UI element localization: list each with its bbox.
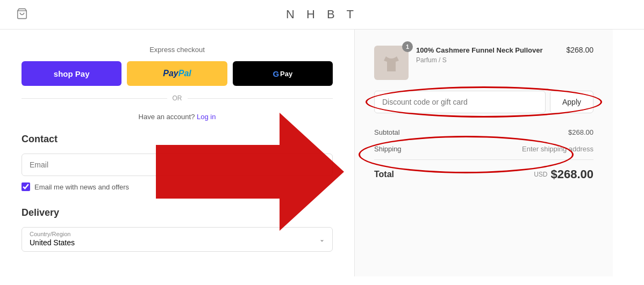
express-checkout-label: Express checkout [22,46,333,54]
total-label: Total [374,170,394,179]
gpay-button[interactable]: G Pay [233,61,333,86]
divider-or: OR [173,94,182,102]
apply-button[interactable]: Apply [550,91,593,113]
have-account-text: Have an account? [139,113,195,121]
email-checkbox-row: Email me with news and offers [22,182,333,191]
discount-row: Apply [374,91,593,113]
shipping-value: Enter shipping address [522,145,593,153]
country-label: Country/Region [30,231,70,237]
subtotal-value: $268.00 [568,128,593,136]
item-quantity-badge: 1 [402,41,413,52]
discount-input[interactable] [374,91,546,113]
divider-row: OR [22,94,333,102]
have-account-row: Have an account? Log in [22,113,333,121]
right-panel: 1 100% Cashmere Funnel Neck Pullover Par… [355,30,613,276]
item-price: $268.00 [566,46,593,54]
total-currency: USD [534,171,547,178]
shop-pay-button[interactable]: shop Pay [22,61,121,86]
left-panel: Express checkout shop Pay PayPal G Pay O… [0,30,355,276]
email-field[interactable] [22,154,333,176]
shipping-label: Shipping [374,145,402,153]
log-in-link[interactable]: Log in [197,113,216,121]
delivery-title: Delivery [22,207,333,218]
item-variant: Parfum / S [416,56,559,64]
paypal-button[interactable]: PayPal [127,61,227,86]
item-image-wrapper: 1 [374,46,409,80]
header: N H B T [0,0,644,30]
paypal-label: PayPal [163,69,191,78]
total-value: $268.00 [550,167,593,181]
divider-right [188,98,333,99]
email-news-label: Email me with news and offers [34,183,129,191]
subtotal-label: Subtotal [374,128,400,136]
subtotal-row: Subtotal $268.00 [374,124,593,141]
payment-buttons: shop Pay PayPal G Pay [22,61,333,86]
total-row: Total USD $268.00 [374,162,593,187]
site-logo: N H B T [286,8,358,21]
country-select[interactable]: United States [30,238,325,247]
contact-section: Contact Email me with news and offers [22,134,333,191]
cart-icon[interactable] [16,8,28,21]
country-select-wrapper[interactable]: Country/Region United States ⌄ [22,227,333,252]
shipping-row: Shipping Enter shipping address [374,141,593,157]
summary-divider [374,159,593,160]
email-news-checkbox[interactable] [22,182,30,191]
shop-pay-label: shop Pay [54,69,90,78]
item-image [374,46,409,80]
order-summary: Subtotal $268.00 Shipping Enter shipping… [374,124,593,187]
item-name: 100% Cashmere Funnel Neck Pullover [416,46,559,55]
delivery-section: Delivery Country/Region United States ⌄ [22,207,333,252]
total-right: USD $268.00 [534,167,593,181]
gpay-label: G Pay [273,69,292,78]
item-details: 100% Cashmere Funnel Neck Pullover Parfu… [416,46,559,64]
order-item: 1 100% Cashmere Funnel Neck Pullover Par… [374,46,593,80]
main-layout: Express checkout shop Pay PayPal G Pay O… [0,30,644,276]
divider-left [22,98,167,99]
contact-title: Contact [22,134,333,145]
